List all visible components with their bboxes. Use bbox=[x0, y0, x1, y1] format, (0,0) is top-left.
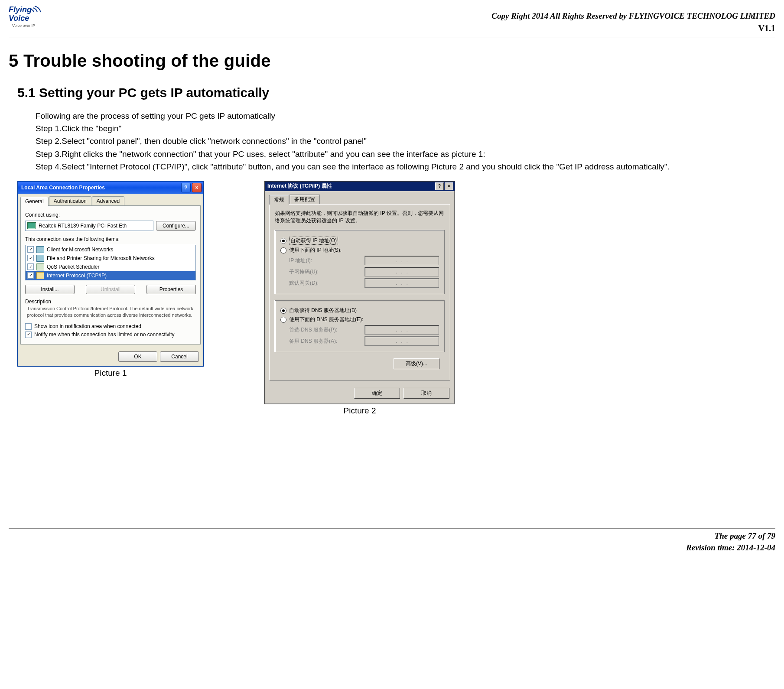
dns-groupbox: 自动获得 DNS 服务器地址(B) 使用下面的 DNS 服务器地址(E): 首选… bbox=[275, 300, 445, 352]
picture-2-caption: Picture 2 bbox=[344, 406, 376, 416]
help-button[interactable]: ? bbox=[181, 183, 191, 192]
checkbox-icon[interactable]: ✓ bbox=[25, 332, 32, 338]
intro-line: Following are the process of setting you… bbox=[36, 110, 775, 122]
help-button[interactable]: ? bbox=[435, 182, 444, 190]
dns-primary-row: 首选 DNS 服务器(P): . . . bbox=[289, 325, 439, 335]
tab-general[interactable]: General bbox=[20, 197, 49, 206]
body-text: Following are the process of setting you… bbox=[36, 110, 775, 173]
dns-primary-field: . . . bbox=[364, 325, 439, 335]
tab-general-cn[interactable]: 常规 bbox=[269, 195, 289, 205]
heading-2: 5.1 Setting your PC gets IP automaticall… bbox=[17, 85, 775, 100]
classic-titlebar[interactable]: Internet 协议 (TCP/IP) 属性 ? × bbox=[265, 182, 455, 191]
radio-icon[interactable] bbox=[280, 247, 286, 254]
list-item[interactable]: ✓ Client for Microsoft Networks bbox=[26, 245, 195, 254]
checkbox-icon[interactable]: ✓ bbox=[27, 255, 34, 261]
adapter-name: Realtek RTL8139 Family PCI Fast Eth bbox=[39, 223, 127, 229]
checkbox-icon[interactable]: ✓ bbox=[27, 263, 34, 270]
radio-auto-ip[interactable]: 自动获得 IP 地址(O) bbox=[280, 237, 439, 245]
radio-label: 使用下面的 IP 地址(S): bbox=[289, 247, 342, 254]
subnet-mask-field: . . . bbox=[364, 267, 439, 276]
tab-authentication[interactable]: Authentication bbox=[49, 196, 91, 205]
checkbox-icon[interactable]: ✓ bbox=[27, 246, 34, 253]
step-1: Step 1.Click the "begin" bbox=[36, 122, 775, 135]
close-button[interactable]: × bbox=[445, 182, 453, 190]
component-icon bbox=[36, 246, 44, 253]
logo-line2: Voice bbox=[9, 14, 29, 23]
install-button[interactable]: Install... bbox=[25, 285, 75, 294]
subnet-mask-row: 子网掩码(U): . . . bbox=[289, 267, 439, 276]
ip-address-row: IP 地址(I): . . . bbox=[289, 256, 439, 265]
copyright-line: Copy Right 2014 All Rights Reserved by F… bbox=[491, 10, 775, 22]
tab-alternate-cn[interactable]: 备用配置 bbox=[290, 195, 320, 204]
gateway-row: 默认网关(D): . . . bbox=[289, 278, 439, 288]
cancel-button[interactable]: Cancel bbox=[160, 351, 199, 362]
components-list[interactable]: ✓ Client for Microsoft Networks ✓ File a… bbox=[25, 245, 196, 280]
checkbox-icon[interactable]: ✓ bbox=[27, 272, 34, 279]
xp-titlebar[interactable]: Local Area Connection Properties ? × bbox=[18, 182, 203, 194]
checkbox-icon[interactable] bbox=[25, 323, 32, 330]
component-buttons: Install... Uninstall Properties bbox=[25, 285, 196, 294]
checkbox-label: Notify me when this connection has limit… bbox=[34, 332, 175, 338]
adapter-field[interactable]: Realtek RTL8139 Family PCI Fast Eth bbox=[25, 221, 153, 231]
list-item-label: QoS Packet Scheduler bbox=[47, 264, 99, 270]
radio-icon[interactable] bbox=[280, 308, 286, 314]
uses-items-label: This connection uses the following items… bbox=[25, 236, 196, 242]
checkbox-label: Show icon in notification area when conn… bbox=[34, 323, 141, 329]
ok-button[interactable]: OK bbox=[118, 351, 157, 362]
logo-tagline: Voice over IP bbox=[12, 23, 35, 28]
component-icon bbox=[36, 263, 44, 270]
version-line: V1.1 bbox=[491, 22, 775, 34]
uninstall-button: Uninstall bbox=[86, 285, 135, 294]
document-page: Flying Voice Voice over IP Copy Right 20… bbox=[0, 0, 784, 571]
list-item-label: Client for Microsoft Networks bbox=[47, 247, 113, 253]
list-item-label: File and Printer Sharing for Microsoft N… bbox=[47, 255, 155, 261]
list-item-selected[interactable]: ✓ Internet Protocol (TCP/IP) bbox=[26, 271, 195, 280]
pictures-row: Local Area Connection Properties ? × Gen… bbox=[17, 181, 775, 416]
document-header: Flying Voice Voice over IP Copy Right 20… bbox=[9, 0, 775, 38]
xp-title: Local Area Connection Properties bbox=[21, 185, 105, 191]
radio-label: 使用下面的 DNS 服务器地址(E): bbox=[289, 316, 363, 323]
component-icon bbox=[36, 255, 44, 262]
classic-dialog: Internet 协议 (TCP/IP) 属性 ? × 常规 备用配置 如果网络… bbox=[264, 181, 455, 405]
tab-advanced[interactable]: Advanced bbox=[92, 196, 124, 205]
document-footer: The page 77 of 79 Revision time: 2014-12… bbox=[9, 528, 775, 553]
close-button[interactable]: × bbox=[192, 183, 202, 192]
show-icon-checkbox[interactable]: Show icon in notification area when conn… bbox=[25, 323, 196, 330]
dns-alt-row: 备用 DNS 服务器(A): . . . bbox=[289, 336, 439, 346]
ok-button[interactable]: 确定 bbox=[354, 388, 400, 399]
dns-primary-label: 首选 DNS 服务器(P): bbox=[289, 326, 337, 334]
ip-groupbox: 自动获得 IP 地址(O) 使用下面的 IP 地址(S): IP 地址(I): … bbox=[275, 230, 445, 294]
radio-icon[interactable] bbox=[280, 317, 286, 323]
description-text: Transmission Control Protocol/Internet P… bbox=[27, 306, 195, 319]
radio-manual-dns[interactable]: 使用下面的 DNS 服务器地址(E): bbox=[280, 316, 439, 323]
xp-tabs: General Authentication Advanced bbox=[18, 194, 203, 205]
cancel-button[interactable]: 取消 bbox=[403, 388, 449, 399]
classic-tabs: 常规 备用配置 bbox=[265, 191, 455, 204]
description-title: Description bbox=[25, 299, 196, 305]
radio-manual-ip[interactable]: 使用下面的 IP 地址(S): bbox=[280, 247, 439, 254]
classic-title-buttons: ? × bbox=[435, 182, 453, 190]
list-item[interactable]: ✓ QoS Packet Scheduler bbox=[26, 263, 195, 271]
step-4: Step 4.Select "Internet Protocol (TCP/IP… bbox=[36, 160, 775, 173]
xp-tab-panel: Connect using: Realtek RTL8139 Family PC… bbox=[20, 205, 201, 344]
radio-icon[interactable] bbox=[280, 238, 286, 244]
gateway-label: 默认网关(D): bbox=[289, 280, 319, 287]
dns-alt-field: . . . bbox=[364, 336, 439, 346]
advanced-row: 高级(V)... bbox=[275, 358, 445, 374]
properties-button[interactable]: Properties bbox=[146, 285, 196, 294]
advanced-button[interactable]: 高级(V)... bbox=[394, 358, 439, 369]
adapter-row: Realtek RTL8139 Family PCI Fast Eth Conf… bbox=[25, 221, 196, 231]
classic-footer: 确定 取消 bbox=[265, 385, 455, 404]
heading-1: 5 Trouble shooting of the guide bbox=[9, 51, 775, 71]
list-item[interactable]: ✓ File and Printer Sharing for Microsoft… bbox=[26, 254, 195, 263]
picture-1: Local Area Connection Properties ? × Gen… bbox=[17, 181, 204, 416]
footer-revision: Revision time: 2014-12-04 bbox=[9, 542, 775, 554]
gateway-field: . . . bbox=[364, 278, 439, 288]
radio-auto-dns[interactable]: 自动获得 DNS 服务器地址(B) bbox=[280, 307, 439, 314]
radio-label: 自动获得 IP 地址(O) bbox=[289, 237, 338, 245]
step-2: Step 2.Select "control panel", then doub… bbox=[36, 135, 775, 147]
xp-title-buttons: ? × bbox=[181, 183, 202, 192]
nic-icon bbox=[27, 222, 36, 229]
notify-checkbox[interactable]: ✓ Notify me when this connection has lim… bbox=[25, 332, 196, 338]
configure-button[interactable]: Configure... bbox=[156, 221, 196, 231]
